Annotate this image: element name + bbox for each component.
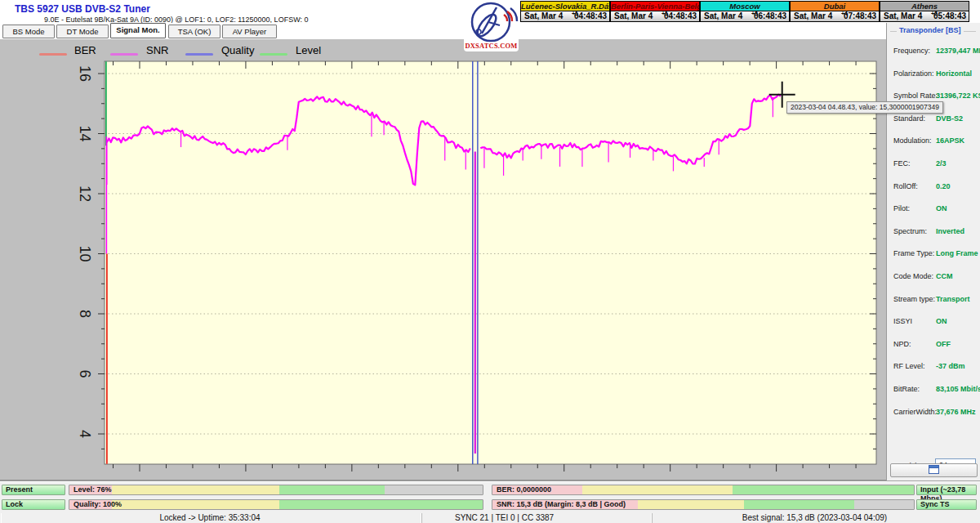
sidebar-value-12: ON: [936, 317, 947, 325]
progress-bar-level: Level: 76%: [69, 485, 483, 495]
clock-city: Berlin-Paris-Vienna-Belgrade: [611, 2, 699, 11]
sidebar-label-2: Symbol Rate:: [893, 92, 938, 100]
clock-time: Sat, Mar 4+306:48:43: [701, 11, 789, 21]
sidebar-value-0: 12379,447 MHz: [936, 47, 980, 55]
y-axis-label-14: 14: [77, 125, 93, 141]
sidebar-label-15: BitRate:: [893, 385, 920, 393]
sidebar-value-10: CCM: [936, 272, 953, 280]
badge-present: Present: [2, 485, 65, 495]
sidebar-label-0: Frequency:: [893, 47, 930, 55]
clock-3: MoscowSat, Mar 4+306:48:43: [700, 1, 790, 22]
tab-bs-mode[interactable]: BS Mode: [2, 25, 55, 38]
badge-lock: Lock: [2, 499, 65, 510]
transponder-sidebar: Transponder [BS] Frequency:12379,447 MHz…: [886, 23, 980, 481]
dxsatcs-logo: DXSATCS.COM: [464, 1, 519, 51]
y-axis-label-8: 8: [77, 310, 93, 318]
sidebar-value-8: Inverted: [936, 227, 964, 235]
clock-city: Moscow: [701, 2, 789, 11]
sidebar-tool-button[interactable]: [890, 463, 978, 477]
clock-time: Sat, Mar 4+407:48:43: [791, 11, 879, 21]
status-panel: PresentLockInput (~23,78 Mbps)Sync TS Le…: [0, 481, 980, 523]
sidebar-value-3: DVB-S2: [936, 114, 963, 123]
y-axis-label-4: 4: [77, 430, 93, 438]
sidebar-label-10: Code Mode:: [893, 272, 933, 280]
sidebar-label-16: CarrierWidth:: [893, 408, 937, 416]
tab-signal-mon-[interactable]: Signal Mon.: [110, 23, 166, 38]
sidebar-label-3: Standard:: [893, 114, 925, 123]
sidebar-label-4: Modulation:: [893, 136, 932, 145]
clock-date: Sat, Mar 4: [704, 11, 742, 21]
y-axis-label-12: 12: [77, 186, 93, 202]
sidebar-value-14: -37 dBm: [936, 362, 965, 370]
y-axis-label-10: 10: [77, 245, 93, 262]
badge-input-23-78-mbps-: Input (~23,78 Mbps): [916, 485, 977, 495]
signal-monitor-panel[interactable]: BERSNRQualityLevel 46810121416: [0, 39, 886, 481]
sidebar-value-1: Horizontal: [936, 69, 972, 78]
clock-hhmmss: 04:48:43: [574, 11, 607, 21]
sidebar-label-9: Frame Type:: [893, 249, 934, 257]
tab-tsa-ok-[interactable]: TSA (OK): [168, 25, 220, 38]
clock-4: DubaiSat, Mar 4+407:48:43: [790, 1, 880, 22]
sidebar-label-12: ISSYI: [893, 317, 912, 325]
satellite-dish-icon: [464, 1, 519, 43]
clock-city: Dubai: [791, 2, 879, 11]
y-axis-label-6: 6: [77, 369, 93, 378]
clock-time: Sat, Mar 4+205:48:43: [880, 11, 969, 21]
clock-1: Lučenec-Slovakia_R.DávidSat, Mar 4+104:4…: [520, 1, 610, 22]
sidebar-label-11: Stream type:: [893, 295, 935, 303]
sidebar-label-5: FEC:: [893, 159, 911, 168]
sidebar-value-6: 0.20: [936, 182, 951, 190]
clock-2: Berlin-Paris-Vienna-BelgradeSat, Mar 4+1…: [610, 1, 700, 22]
clock-time: Sat, Mar 4+104:48:43: [521, 11, 609, 21]
sidebar-label-14: RF Level:: [893, 362, 925, 370]
statusbar-segment-1: Locked -> Uptime: 35:33:04: [2, 513, 418, 523]
sidebar-label-1: Polarization:: [893, 69, 934, 78]
sidebar-value-5: 2/3: [936, 159, 947, 168]
sidebar-value-16: 37,676 MHz: [936, 408, 976, 416]
chart-tooltip: 2023-03-04 04.48.43, value: 15,300000190…: [786, 101, 943, 114]
clock-city: Lučenec-Slovakia_R.Dávid: [521, 2, 609, 11]
transponder-group-title: Transponder [BS]: [897, 26, 964, 34]
logo-text: DXSATCS.COM: [464, 42, 519, 50]
sidebar-value-11: Transport: [936, 295, 970, 303]
clock-date: Sat, Mar 4: [524, 11, 563, 21]
sidebar-label-6: RollOff:: [893, 182, 918, 190]
sidebar-value-2: 31396,722 KS/s: [936, 92, 980, 100]
window-icon: [929, 465, 939, 474]
clock-date: Sat, Mar 4: [614, 11, 653, 21]
progress-bar-quality: Quality: 100%: [69, 499, 483, 510]
clock-hhmmss: 04:48:43: [664, 11, 697, 21]
sidebar-label-13: NPD:: [893, 340, 911, 348]
sidebar-value-4: 16APSK: [936, 136, 964, 145]
clock-hhmmss: 07:48:43: [844, 11, 876, 21]
clock-hhmmss: 05:48:43: [933, 11, 966, 21]
tuner-app-window: TBS 5927 USB DVB-S2 Tuner 9.0E - Eutelsa…: [0, 0, 980, 523]
progress-bar-snr: SNR: 15,3 dB (Margin: 8,3 dB | Good): [492, 499, 915, 510]
sidebar-value-13: OFF: [936, 340, 951, 348]
sidebar-value-9: Long Frame: [936, 249, 978, 257]
statusbar-segment-3: Best signal: 15,3 dB (2023-03-04 04:09): [652, 513, 977, 523]
clock-time: Sat, Mar 4+104:48:43: [611, 11, 699, 21]
sidebar-label-8: Spectrum:: [893, 227, 927, 235]
tab-dt-mode[interactable]: DT Mode: [56, 25, 109, 38]
sidebar-value-15: 83,105 Mbit/s: [936, 385, 980, 393]
status-bar: Locked -> Uptime: 35:33:04SYNC 21 | TEI …: [0, 512, 980, 523]
plot-area: [105, 61, 876, 464]
sidebar-label-7: Pilot:: [893, 204, 910, 212]
statusbar-segment-2: SYNC 21 | TEI 0 | CC 3387: [421, 513, 648, 523]
badge-sync-ts: Sync TS: [916, 499, 977, 510]
clock-date: Sat, Mar 4: [794, 11, 832, 21]
tab-av-player[interactable]: AV Player: [222, 25, 277, 38]
progress-bar-ber: BER: 0,0000000: [492, 485, 915, 495]
y-axis-label-16: 16: [77, 65, 93, 82]
snr-chart[interactable]: 46810121416: [0, 39, 886, 481]
clock-city: Athens: [880, 2, 969, 11]
clock-hhmmss: 06:48:43: [754, 11, 786, 21]
clock-5: AthensSat, Mar 4+205:48:43: [880, 1, 969, 22]
page-title: TBS 5927 USB DVB-S2 Tuner: [15, 3, 150, 15]
clock-date: Sat, Mar 4: [884, 11, 922, 21]
sidebar-value-7: ON: [936, 204, 947, 212]
tab-bar: BS ModeDT ModeSignal Mon.TSA (OK)AV Play…: [0, 23, 886, 39]
